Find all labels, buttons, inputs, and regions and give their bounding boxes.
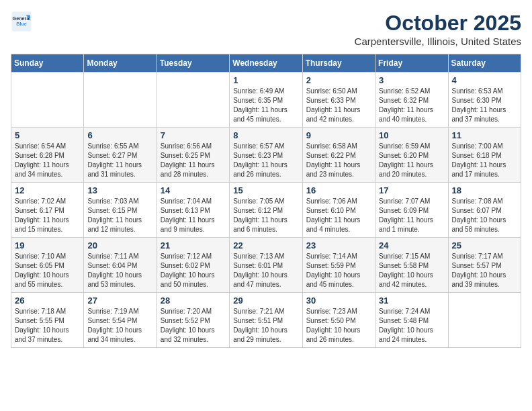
day-number: 22 [233,240,298,250]
day-info: Sunrise: 6:57 AM Sunset: 6:23 PM Dayligh… [233,142,298,179]
calendar-cell: 27Sunrise: 7:19 AM Sunset: 5:54 PM Dayli… [84,293,157,348]
day-number: 29 [233,295,298,306]
calendar-cell: 24Sunrise: 7:15 AM Sunset: 5:58 PM Dayli… [375,238,448,293]
day-info: Sunrise: 7:13 AM Sunset: 6:01 PM Dayligh… [233,252,298,289]
calendar-cell: 2Sunrise: 6:50 AM Sunset: 6:33 PM Daylig… [302,73,375,128]
weekday-header: Tuesday [157,54,229,73]
calendar-cell: 7Sunrise: 6:56 AM Sunset: 6:25 PM Daylig… [157,128,229,183]
day-number: 2 [306,75,371,85]
calendar-cell: 6Sunrise: 6:55 AM Sunset: 6:27 PM Daylig… [84,128,157,183]
day-number: 15 [233,185,298,195]
day-info: Sunrise: 7:23 AM Sunset: 5:50 PM Dayligh… [306,307,371,345]
calendar-cell: 3Sunrise: 6:52 AM Sunset: 6:32 PM Daylig… [375,73,448,128]
day-number: 25 [452,240,517,250]
day-number: 31 [379,295,444,306]
day-info: Sunrise: 6:58 AM Sunset: 6:22 PM Dayligh… [306,142,371,179]
calendar-week-row: 19Sunrise: 7:10 AM Sunset: 6:05 PM Dayli… [11,238,521,293]
calendar-cell [157,73,229,128]
day-info: Sunrise: 7:11 AM Sunset: 6:04 PM Dayligh… [87,252,152,289]
day-info: Sunrise: 7:24 AM Sunset: 5:48 PM Dayligh… [379,307,444,345]
calendar-cell: 15Sunrise: 7:05 AM Sunset: 6:12 PM Dayli… [230,183,302,238]
day-number: 3 [379,75,444,85]
calendar-week-row: 12Sunrise: 7:02 AM Sunset: 6:17 PM Dayli… [11,183,521,238]
calendar-week-row: 5Sunrise: 6:54 AM Sunset: 6:28 PM Daylig… [11,128,521,183]
day-info: Sunrise: 6:50 AM Sunset: 6:33 PM Dayligh… [306,87,371,124]
day-number: 23 [306,240,371,250]
day-number: 4 [452,75,517,85]
day-info: Sunrise: 7:17 AM Sunset: 5:57 PM Dayligh… [452,252,517,289]
page-header: General Blue October 2025 Carpentersvill… [11,11,521,47]
calendar-cell: 4Sunrise: 6:53 AM Sunset: 6:30 PM Daylig… [448,73,521,128]
calendar-cell: 10Sunrise: 6:59 AM Sunset: 6:20 PM Dayli… [375,128,448,183]
calendar-cell: 11Sunrise: 7:00 AM Sunset: 6:18 PM Dayli… [448,128,521,183]
day-info: Sunrise: 7:12 AM Sunset: 6:02 PM Dayligh… [161,252,226,289]
calendar-cell: 21Sunrise: 7:12 AM Sunset: 6:02 PM Dayli… [157,238,229,293]
day-number: 8 [233,130,298,140]
day-info: Sunrise: 6:52 AM Sunset: 6:32 PM Dayligh… [379,87,444,124]
day-info: Sunrise: 7:05 AM Sunset: 6:12 PM Dayligh… [233,197,298,234]
day-info: Sunrise: 7:04 AM Sunset: 6:13 PM Dayligh… [161,197,226,234]
day-info: Sunrise: 6:54 AM Sunset: 6:28 PM Dayligh… [15,142,80,179]
day-info: Sunrise: 7:15 AM Sunset: 5:58 PM Dayligh… [379,252,444,289]
logo: General Blue [11,11,32,32]
calendar-cell: 18Sunrise: 7:08 AM Sunset: 6:07 PM Dayli… [448,183,521,238]
day-info: Sunrise: 7:03 AM Sunset: 6:15 PM Dayligh… [87,197,152,234]
day-number: 27 [87,295,152,306]
calendar-cell: 8Sunrise: 6:57 AM Sunset: 6:23 PM Daylig… [230,128,302,183]
day-info: Sunrise: 7:08 AM Sunset: 6:07 PM Dayligh… [452,197,517,234]
location: Carpentersville, Illinois, United States [355,36,521,47]
calendar-cell: 14Sunrise: 7:04 AM Sunset: 6:13 PM Dayli… [157,183,229,238]
day-number: 17 [379,185,444,195]
day-number: 28 [161,295,226,306]
day-number: 7 [161,130,226,140]
calendar-cell: 31Sunrise: 7:24 AM Sunset: 5:48 PM Dayli… [375,293,448,348]
day-number: 19 [15,240,80,250]
day-info: Sunrise: 7:18 AM Sunset: 5:55 PM Dayligh… [15,307,80,345]
calendar-week-row: 26Sunrise: 7:18 AM Sunset: 5:55 PM Dayli… [11,293,521,348]
calendar-cell: 28Sunrise: 7:20 AM Sunset: 5:52 PM Dayli… [157,293,229,348]
day-number: 26 [15,295,80,306]
day-info: Sunrise: 7:21 AM Sunset: 5:51 PM Dayligh… [233,307,298,345]
calendar-table: SundayMondayTuesdayWednesdayThursdayFrid… [11,54,521,348]
calendar-cell: 30Sunrise: 7:23 AM Sunset: 5:50 PM Dayli… [302,293,375,348]
day-info: Sunrise: 7:20 AM Sunset: 5:52 PM Dayligh… [161,307,226,345]
day-info: Sunrise: 7:00 AM Sunset: 6:18 PM Dayligh… [452,142,517,179]
day-number: 24 [379,240,444,250]
day-number: 11 [452,130,517,140]
calendar-cell: 12Sunrise: 7:02 AM Sunset: 6:17 PM Dayli… [11,183,84,238]
day-info: Sunrise: 6:56 AM Sunset: 6:25 PM Dayligh… [161,142,226,179]
day-number: 1 [233,75,298,85]
day-number: 20 [87,240,152,250]
day-number: 9 [306,130,371,140]
day-number: 5 [15,130,80,140]
day-number: 21 [161,240,226,250]
day-info: Sunrise: 7:07 AM Sunset: 6:09 PM Dayligh… [379,197,444,234]
day-number: 30 [306,295,371,306]
day-info: Sunrise: 6:53 AM Sunset: 6:30 PM Dayligh… [452,87,517,124]
calendar-cell: 13Sunrise: 7:03 AM Sunset: 6:15 PM Dayli… [84,183,157,238]
calendar-cell: 26Sunrise: 7:18 AM Sunset: 5:55 PM Dayli… [11,293,84,348]
weekday-header-row: SundayMondayTuesdayWednesdayThursdayFrid… [11,54,521,73]
calendar-cell: 9Sunrise: 6:58 AM Sunset: 6:22 PM Daylig… [302,128,375,183]
calendar-cell: 19Sunrise: 7:10 AM Sunset: 6:05 PM Dayli… [11,238,84,293]
svg-text:Blue: Blue [16,21,27,27]
calendar-week-row: 1Sunrise: 6:49 AM Sunset: 6:35 PM Daylig… [11,73,521,128]
logo-icon: General Blue [11,11,32,32]
day-number: 16 [306,185,371,195]
calendar-cell: 5Sunrise: 6:54 AM Sunset: 6:28 PM Daylig… [11,128,84,183]
calendar-cell [11,73,84,128]
calendar-cell: 23Sunrise: 7:14 AM Sunset: 5:59 PM Dayli… [302,238,375,293]
day-number: 18 [452,185,517,195]
title-block: October 2025 Carpentersville, Illinois, … [355,11,521,47]
day-number: 6 [87,130,152,140]
day-info: Sunrise: 6:55 AM Sunset: 6:27 PM Dayligh… [87,142,152,179]
day-info: Sunrise: 7:10 AM Sunset: 6:05 PM Dayligh… [15,252,80,289]
calendar-cell: 17Sunrise: 7:07 AM Sunset: 6:09 PM Dayli… [375,183,448,238]
month-title: October 2025 [355,11,521,36]
day-number: 14 [161,185,226,195]
weekday-header: Thursday [302,54,375,73]
weekday-header: Monday [84,54,157,73]
calendar-cell: 29Sunrise: 7:21 AM Sunset: 5:51 PM Dayli… [230,293,302,348]
day-info: Sunrise: 6:59 AM Sunset: 6:20 PM Dayligh… [379,142,444,179]
calendar-cell [84,73,157,128]
